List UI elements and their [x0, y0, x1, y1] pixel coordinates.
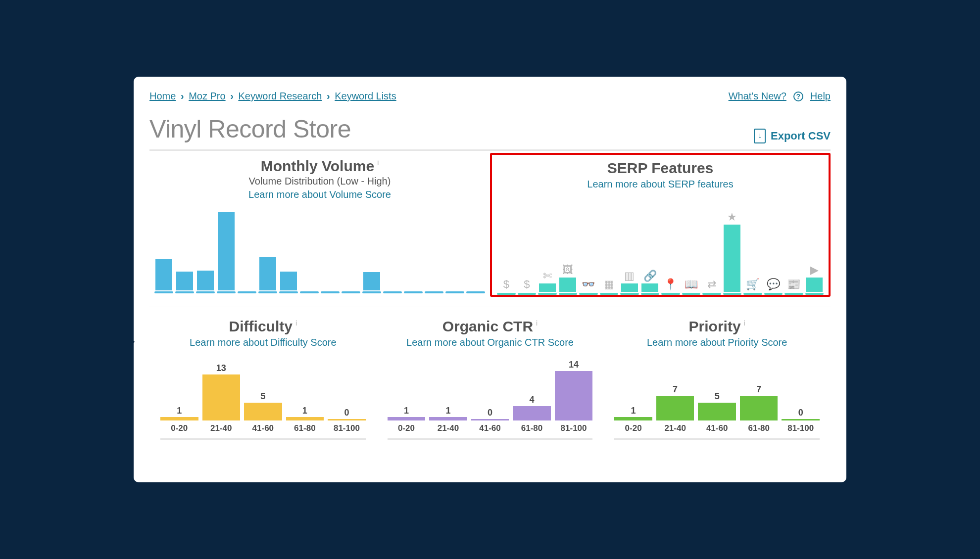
help-link[interactable]: Help: [810, 91, 831, 102]
serp-bar-ads-top[interactable]: $: [497, 211, 516, 295]
x-label: 61-80: [740, 423, 778, 433]
learn-more-serp[interactable]: Learn more about SERP features: [495, 179, 826, 190]
x-label: 81-100: [782, 423, 820, 433]
serp-bar-local-pack[interactable]: ▥: [620, 211, 639, 295]
info-icon[interactable]: i: [744, 319, 745, 327]
panel-title: Organic CTR i: [442, 318, 538, 335]
reviews-icon: ★: [727, 211, 737, 224]
bar-value: 1: [631, 406, 636, 416]
bar: 0: [471, 356, 509, 420]
panel-title-text: Priority: [689, 318, 741, 335]
panel-monthly-volume: Monthly Volume i Volume Distribution (Lo…: [149, 153, 490, 297]
bar-value: 7: [756, 384, 761, 395]
serp-bar-news[interactable]: 📖: [682, 211, 701, 295]
chart-serp-features: $$✄🖼👓▦▥🔗📍📖⇄★🛒💬📰▶: [495, 211, 826, 295]
bar-value: 4: [530, 395, 535, 405]
info-icon[interactable]: i: [377, 159, 379, 167]
bar: 4: [513, 356, 551, 420]
info-icon[interactable]: i: [536, 319, 538, 327]
site-links-icon: 🔗: [643, 270, 657, 282]
bar: 14: [555, 356, 593, 420]
panel-title-text: Difficulty: [229, 318, 293, 335]
bar-value: 0: [798, 408, 803, 418]
x-label: 81-100: [555, 423, 593, 433]
shopping-icon: 🛒: [746, 278, 759, 291]
local-pack-icon: ▥: [624, 270, 635, 282]
bar-value: 0: [488, 408, 492, 418]
video-icon: ▶: [810, 264, 819, 277]
chevron-right-icon: ›: [181, 91, 184, 101]
bar: [342, 209, 360, 293]
learn-more-volume[interactable]: Learn more about Volume Score: [152, 189, 487, 200]
serp-bar-video[interactable]: ▶: [805, 211, 824, 295]
bar: 5: [244, 356, 282, 420]
page-title: Vinyl Record Store: [149, 115, 351, 143]
bar: [196, 209, 215, 293]
breadcrumb-mozpro[interactable]: Moz Pro: [189, 91, 225, 101]
serp-bar-in-depth[interactable]: 📰: [784, 211, 803, 295]
bar-value: 14: [569, 360, 579, 370]
breadcrumb-keyword-research[interactable]: Keyword Research: [238, 91, 322, 101]
serp-bar-tweet[interactable]: 💬: [764, 211, 783, 295]
panel-title-text: Organic CTR: [442, 318, 533, 335]
bar: 0: [328, 356, 366, 420]
breadcrumb: Home › Moz Pro › Keyword Research › Keyw…: [149, 91, 396, 102]
x-label: 21-40: [429, 423, 467, 433]
bar: 1: [614, 356, 652, 420]
export-csv-button[interactable]: Export CSV: [754, 129, 831, 143]
chart-organic-ctr: 110414: [380, 356, 601, 420]
bar: [362, 209, 381, 293]
bar: [175, 209, 194, 293]
serp-bar-site-links[interactable]: 🔗: [641, 211, 660, 295]
learn-more-difficulty[interactable]: Learn more about Difficulty Score: [152, 337, 374, 348]
x-label: 41-60: [471, 423, 509, 433]
collapse-arrow-icon[interactable]: [134, 334, 135, 350]
chart-difficulty: 113510: [152, 356, 374, 420]
serp-bar-maps[interactable]: 📍: [661, 211, 680, 295]
serp-bar-ads-bottom[interactable]: $: [518, 211, 537, 295]
knowledge-card-icon: 👓: [582, 278, 595, 291]
bar: [154, 209, 173, 293]
download-icon: [754, 129, 766, 143]
x-label: 81-100: [328, 423, 366, 433]
help-icon[interactable]: ?: [793, 92, 803, 101]
xlabels-priority: 0-2021-4041-6061-8081-100: [606, 420, 828, 433]
app-window: Home › Moz Pro › Keyword Research › Keyw…: [134, 77, 846, 482]
serp-bar-reviews[interactable]: ★: [723, 211, 742, 295]
panel-priority: Priority i Learn more about Priority Sco…: [603, 313, 831, 440]
learn-more-ctr[interactable]: Learn more about Organic CTR Score: [380, 337, 601, 348]
panel-difficulty: Difficulty i Learn more about Difficulty…: [149, 313, 377, 440]
serp-bar-related-questions[interactable]: ⇄: [702, 211, 721, 295]
serp-bar-featured-snippet[interactable]: ✄: [538, 211, 557, 295]
top-bar: Home › Moz Pro › Keyword Research › Keyw…: [149, 91, 831, 102]
bar-value: 1: [177, 406, 182, 416]
x-label: 41-60: [244, 423, 282, 433]
chevron-right-icon: ›: [327, 91, 330, 101]
featured-snippet-icon: ✄: [543, 270, 552, 282]
bar: 5: [698, 356, 736, 420]
chart-monthly-volume: [152, 209, 487, 293]
breadcrumb-home[interactable]: Home: [149, 91, 176, 101]
panel-title-text: Monthly Volume: [261, 158, 374, 175]
title-row: Vinyl Record Store Export CSV: [149, 115, 831, 151]
bar: [217, 209, 236, 293]
panel-subtitle: Volume Distribution (Low - High): [152, 176, 487, 187]
whats-new-link[interactable]: What's New?: [729, 91, 786, 102]
bar: [300, 209, 319, 293]
x-label: 61-80: [513, 423, 551, 433]
bar: [383, 209, 402, 293]
serp-bar-shopping[interactable]: 🛒: [743, 211, 762, 295]
learn-more-priority[interactable]: Learn more about Priority Score: [606, 337, 828, 348]
info-icon[interactable]: i: [295, 319, 297, 327]
bar-value: 13: [216, 363, 226, 373]
breadcrumb-keyword-lists[interactable]: Keyword Lists: [335, 91, 396, 101]
bar: 1: [286, 356, 324, 420]
serp-bar-image-pack[interactable]: 🖼: [559, 211, 578, 295]
chevron-right-icon: ›: [230, 91, 234, 101]
serp-bar-knowledge-panel[interactable]: ▦: [600, 211, 619, 295]
bar-value: 1: [445, 406, 450, 416]
bar: [238, 209, 256, 293]
in-depth-icon: 📰: [787, 278, 800, 291]
serp-bar-knowledge-card[interactable]: 👓: [579, 211, 598, 295]
xlabels-ctr: 0-2021-4041-6061-8081-100: [380, 420, 601, 433]
